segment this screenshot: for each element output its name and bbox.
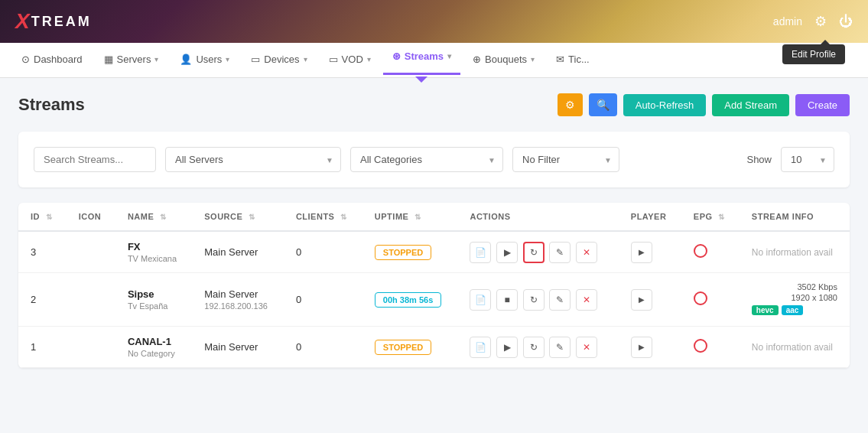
play-action-btn[interactable]: ▶ xyxy=(496,337,518,358)
devices-icon: ▭ xyxy=(251,54,260,65)
edit-action-btn[interactable]: ✎ xyxy=(549,242,571,263)
search-button[interactable]: 🔍 xyxy=(589,93,617,116)
table-row: 2 Sipse Tv España Main Server 192.168.20… xyxy=(18,273,850,327)
status-badge: STOPPED xyxy=(375,245,431,260)
player-btn[interactable]: ▶ xyxy=(631,337,652,358)
show-label: Show xyxy=(746,154,772,165)
row-epg xyxy=(681,231,740,273)
row-uptime: 00h 38m 56s xyxy=(362,273,458,327)
epg-circle xyxy=(694,339,707,353)
nav-label-users: Users xyxy=(196,54,222,65)
show-count-select[interactable]: 10 xyxy=(781,147,834,172)
filter-button[interactable]: ⚙ xyxy=(558,93,583,116)
content: Streams ⚙ 🔍 Auto-Refresh Add Stream Crea… xyxy=(0,78,868,383)
player-btn[interactable]: ▶ xyxy=(631,242,652,263)
logo-text: TREAM xyxy=(31,14,92,30)
stop-action-btn[interactable]: ■ xyxy=(496,289,518,311)
col-clients: CLIENTS ⇅ xyxy=(284,203,362,231)
nav-label-streams: Streams xyxy=(405,50,444,62)
delete-action-btn[interactable]: ✕ xyxy=(576,289,597,311)
filter-icon: ⚙ xyxy=(565,99,575,111)
source-main: Main Server xyxy=(204,341,271,353)
stream-sub: No Category xyxy=(128,349,180,358)
power-icon[interactable]: ⏻ xyxy=(839,14,853,30)
player-btn[interactable]: ▶ xyxy=(631,289,652,311)
row-icon xyxy=(67,327,115,368)
row-name: FX TV Mexicana xyxy=(115,231,192,273)
row-id: 3 xyxy=(18,231,67,273)
servers-select[interactable]: All Servers xyxy=(165,147,341,172)
file-action-btn[interactable]: 📄 xyxy=(470,289,491,311)
page-header: Streams ⚙ 🔍 Auto-Refresh Add Stream Crea… xyxy=(18,93,850,116)
nav-item-tickets[interactable]: ✉ Tic... xyxy=(547,43,599,78)
nav-item-dashboard[interactable]: ⊙ Dashboard xyxy=(12,43,92,78)
nav-item-devices[interactable]: ▭ Devices ▾ xyxy=(242,43,316,78)
row-stream-info: No information avail xyxy=(740,231,850,273)
nav-item-bouquets[interactable]: ⊕ Bouquets ▾ xyxy=(463,43,544,78)
devices-arrow: ▾ xyxy=(304,55,307,63)
row-source: Main Server 192.168.200.136 xyxy=(192,273,284,327)
logo: X TREAM xyxy=(15,9,92,34)
resolution: 1920 x 1080 xyxy=(752,293,837,302)
row-name: Sipse Tv España xyxy=(115,273,192,327)
nav-item-vod[interactable]: ▭ VOD ▾ xyxy=(320,43,380,78)
col-uptime: UPTIME ⇅ xyxy=(362,203,458,231)
nav-label-tickets: Tic... xyxy=(568,54,590,65)
epg-circle xyxy=(694,244,707,258)
codec-badges: hevc aac xyxy=(752,305,837,315)
add-stream-button[interactable]: Add Stream xyxy=(712,94,789,116)
table-header-row: ID ⇅ ICON NAME ⇅ SOURCE ⇅ CLIENTS ⇅ UPTI… xyxy=(18,203,850,231)
stream-name: CANAL-1 xyxy=(128,336,180,347)
auto-refresh-button[interactable]: Auto-Refresh xyxy=(623,94,707,116)
play-action-btn[interactable]: ▶ xyxy=(496,242,518,263)
file-action-btn[interactable]: 📄 xyxy=(470,242,491,263)
status-badge: STOPPED xyxy=(375,340,431,355)
edit-action-btn[interactable]: ✎ xyxy=(549,289,571,311)
tickets-icon: ✉ xyxy=(556,54,564,65)
stream-info-text: No information avail xyxy=(752,342,833,353)
servers-arrow: ▾ xyxy=(154,55,158,63)
bitrate: 3502 Kbps xyxy=(752,282,837,291)
bouquets-arrow: ▾ xyxy=(531,55,535,63)
create-button[interactable]: Create xyxy=(795,94,850,116)
users-arrow: ▾ xyxy=(226,55,229,63)
row-player: ▶ xyxy=(619,231,681,273)
row-clients: 0 xyxy=(284,231,362,273)
stream-sub: Tv España xyxy=(128,301,180,311)
categories-select[interactable]: All Categories xyxy=(350,147,503,172)
source-ip: 192.168.200.136 xyxy=(204,301,271,311)
refresh-action-btn[interactable]: ↻ xyxy=(523,337,545,358)
row-stream-info: 3502 Kbps 1920 x 1080 hevc aac xyxy=(740,273,850,327)
search-icon: 🔍 xyxy=(597,99,610,111)
nav-item-users[interactable]: 👤 Users ▾ xyxy=(171,43,239,78)
row-player: ▶ xyxy=(619,327,681,368)
source-main: Main Server xyxy=(204,288,271,300)
row-icon xyxy=(67,273,115,327)
edit-action-btn[interactable]: ✎ xyxy=(549,337,571,358)
col-stream-info: STREAM INFO xyxy=(740,203,850,231)
status-badge: 00h 38m 56s xyxy=(375,292,441,308)
no-filter-select[interactable]: No Filter xyxy=(512,147,619,172)
file-action-btn[interactable]: 📄 xyxy=(470,337,491,358)
logo-x: X xyxy=(15,9,30,34)
row-stream-info: No information avail xyxy=(740,327,850,368)
refresh-action-btn[interactable]: ↻ xyxy=(523,289,545,311)
delete-action-btn[interactable]: ✕ xyxy=(576,242,597,263)
col-id: ID ⇅ xyxy=(18,203,67,231)
refresh-action-btn[interactable]: ↻ xyxy=(523,242,545,263)
row-player: ▶ xyxy=(619,273,681,327)
header-right: admin ⚙ ⏻ xyxy=(773,13,853,30)
row-id: 1 xyxy=(18,327,67,368)
nav-label-devices: Devices xyxy=(264,54,299,65)
servers-select-wrapper: All Servers xyxy=(165,147,341,172)
codec1-badge: hevc xyxy=(752,305,779,315)
settings-icon[interactable]: ⚙ xyxy=(814,13,827,30)
nav-item-streams[interactable]: ⊛ Streams ▾ xyxy=(383,40,460,75)
show-count-wrapper: 10 xyxy=(781,147,834,172)
categories-select-wrapper: All Categories xyxy=(350,147,503,172)
search-input[interactable] xyxy=(34,147,156,172)
col-name: NAME ⇅ xyxy=(115,203,192,231)
stream-info-text: No information avail xyxy=(752,247,833,258)
nav-item-servers[interactable]: ▦ Servers ▾ xyxy=(95,43,168,78)
delete-action-btn[interactable]: ✕ xyxy=(576,337,597,358)
